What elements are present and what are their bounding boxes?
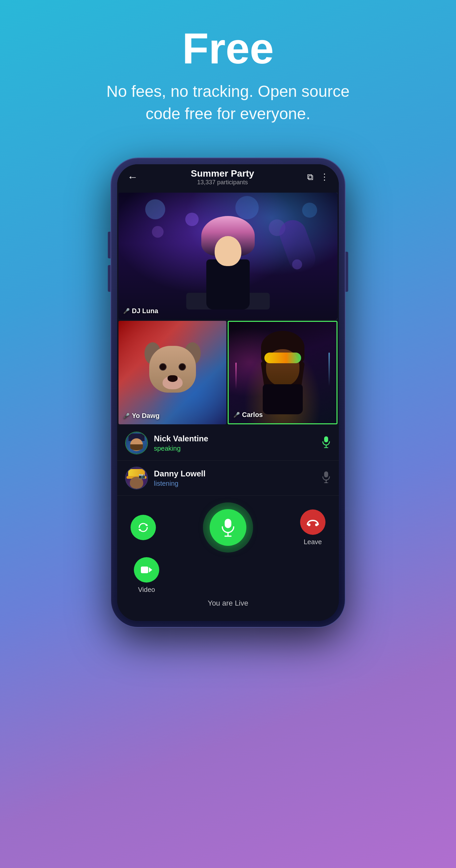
- phone-screen: ← Summer Party 13,337 participants ⧉ ⋮: [117, 164, 339, 621]
- danny-camera-icon: 📷: [139, 473, 145, 479]
- app-header: ← Summer Party 13,337 participants ⧉ ⋮: [117, 164, 339, 193]
- dj-luna-label: 🎤 DJ Luna: [123, 307, 158, 315]
- neon-light-right: [329, 352, 330, 386]
- carlos-label: 🎤 Carlos: [233, 411, 263, 418]
- dog-scene-bg: [119, 321, 226, 424]
- bokeh-dot: [145, 199, 165, 219]
- leave-circle: [300, 509, 326, 535]
- bokeh-dot: [302, 203, 317, 218]
- phone-mockup: ← Summer Party 13,337 participants ⧉ ⋮: [111, 158, 345, 627]
- screen-share-icon[interactable]: ⧉: [307, 172, 313, 182]
- svg-rect-13: [141, 566, 148, 573]
- nick-mic-icon: [322, 436, 331, 451]
- video-carlos[interactable]: 🎤 Carlos: [228, 321, 337, 424]
- hero-subtitle: No fees, no tracking. Open source code f…: [94, 80, 362, 125]
- nick-status: speaking: [154, 445, 315, 452]
- video-pair: 🎤 Yo Dawg: [119, 321, 337, 424]
- svg-marker-14: [149, 567, 152, 572]
- header-center: Summer Party 13,337 participants: [138, 168, 307, 186]
- dj-figure: [194, 216, 262, 309]
- video-grid: 🎤 DJ Luna: [117, 193, 339, 424]
- yo-dawg-mic-icon: 🎤: [123, 413, 130, 419]
- video-yo-dawg[interactable]: 🎤 Yo Dawg: [119, 321, 226, 424]
- participant-item-danny[interactable]: 📷 Danny Lowell listening: [117, 461, 339, 496]
- svg-point-12: [315, 524, 318, 526]
- danny-info: Danny Lowell listening: [154, 469, 315, 488]
- participant-item-nick[interactable]: Nick Valentine speaking: [117, 426, 339, 461]
- nick-info: Nick Valentine speaking: [154, 434, 315, 452]
- yo-dawg-label: 🎤 Yo Dawg: [123, 412, 159, 420]
- hero-title: Free: [20, 27, 436, 70]
- nick-avatar-inner: [126, 432, 147, 454]
- dog-nose: [168, 375, 178, 382]
- carlos-visor: [264, 352, 301, 363]
- carlos-body: [263, 384, 303, 414]
- carlos-figure: [249, 331, 316, 414]
- nick-beard: [130, 444, 143, 451]
- hero-section: Free No fees, no tracking. Open source c…: [0, 0, 456, 138]
- svg-rect-8: [225, 519, 231, 528]
- participant-list: Nick Valentine speaking: [117, 426, 339, 496]
- video-dj-luna[interactable]: 🎤 DJ Luna: [119, 193, 337, 319]
- channel-title: Summer Party: [138, 168, 307, 179]
- svg-point-11: [308, 524, 310, 526]
- phone-outer: ← Summer Party 13,337 participants ⧉ ⋮: [111, 158, 345, 627]
- carlos-mic-icon: 🎤: [233, 412, 240, 418]
- live-status: You are Live: [127, 599, 329, 608]
- danny-avatar-inner: 📷: [126, 467, 147, 489]
- svg-rect-0: [324, 436, 328, 442]
- bokeh-dot: [152, 226, 163, 238]
- danny-name: Danny Lowell: [154, 469, 315, 478]
- leave-button[interactable]: Leave: [300, 509, 326, 546]
- participants-count: 13,337 participants: [138, 179, 307, 186]
- video-button[interactable]: Video: [134, 557, 159, 594]
- neon-light-left: [235, 363, 237, 389]
- flip-camera-circle: [130, 515, 156, 540]
- dog-face: [143, 339, 203, 406]
- dj-luna-mic-icon: 🎤: [123, 308, 130, 314]
- dj-body: [206, 259, 250, 309]
- dog-eye-left: [159, 363, 166, 371]
- carlos-scene-bg: [229, 322, 336, 423]
- danny-avatar: 📷: [125, 467, 148, 489]
- more-menu-icon[interactable]: ⋮: [320, 172, 329, 182]
- svg-rect-3: [324, 471, 328, 477]
- leave-label: Leave: [304, 538, 322, 546]
- dog-eye-right: [179, 363, 186, 371]
- header-actions: ⧉ ⋮: [307, 172, 329, 182]
- video-label: Video: [138, 586, 155, 594]
- danny-mic-icon: [322, 471, 331, 486]
- danny-status: listening: [154, 480, 315, 488]
- dj-head: [215, 236, 241, 266]
- dog-eyes-container: [159, 363, 186, 371]
- nick-avatar: [125, 432, 148, 454]
- controls-row: Leave: [127, 502, 329, 553]
- flip-camera-button[interactable]: [130, 515, 156, 540]
- main-mic-button[interactable]: [210, 509, 246, 546]
- back-button[interactable]: ←: [127, 171, 138, 183]
- controls-area: Leave Video You ar: [117, 496, 339, 621]
- dj-scene-bg: [119, 193, 337, 319]
- main-mic-container: [203, 502, 253, 553]
- nick-name: Nick Valentine: [154, 434, 315, 443]
- video-circle: [134, 557, 159, 583]
- video-controls-row: Video: [127, 553, 329, 594]
